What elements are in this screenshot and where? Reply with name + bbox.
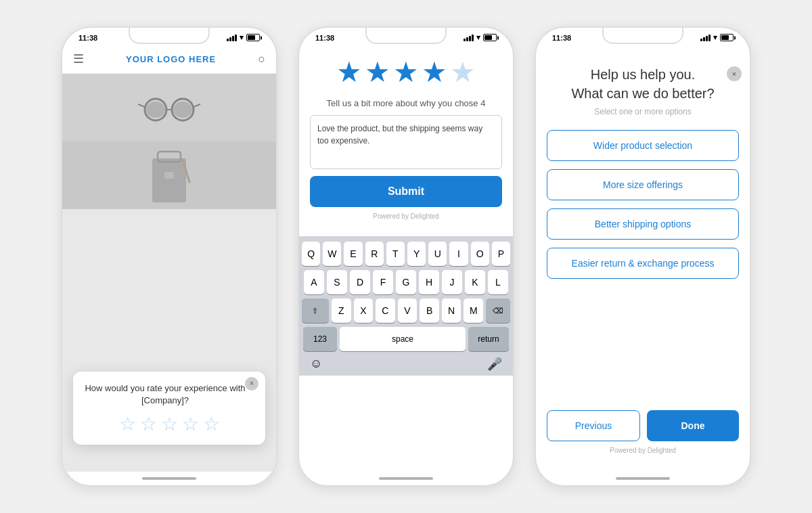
previous-button[interactable]: Previous: [547, 410, 640, 441]
feedback-textarea[interactable]: Love the product, but the shipping seems…: [310, 115, 502, 169]
key-t[interactable]: T: [386, 242, 405, 266]
key-e[interactable]: E: [344, 242, 362, 266]
bar4-3: [708, 35, 710, 41]
emoji-icon[interactable]: ☺: [310, 357, 322, 372]
home-bar-1: [62, 472, 276, 485]
key-x[interactable]: X: [354, 298, 374, 323]
key-f[interactable]: F: [373, 270, 393, 294]
hamburger-icon[interactable]: ☰: [73, 51, 84, 66]
phones-container: 11:38 ▾ ☰ YOUR LOGO HERE ○: [0, 13, 812, 500]
battery-3: [720, 34, 734, 41]
phone-2: 11:38 ▾ ★ ★ ★ ★: [298, 26, 514, 487]
wifi-icon-3: ▾: [713, 33, 717, 42]
mic-icon[interactable]: 🎤: [487, 357, 502, 372]
svg-line-4: [194, 104, 200, 107]
star-rating-filled[interactable]: ★ ★ ★ ★ ★: [336, 55, 476, 89]
bar4: [235, 35, 237, 41]
keyboard-row-3: ⇧ Z X C V B N M ⌫: [302, 298, 510, 323]
key-u[interactable]: U: [428, 242, 447, 266]
option-shipping[interactable]: Better shipping options: [547, 208, 739, 240]
star-1[interactable]: ☆: [119, 415, 136, 434]
star-empty-5[interactable]: ★: [450, 55, 476, 89]
home-bar-3: [536, 472, 750, 485]
star-filled-2[interactable]: ★: [365, 55, 390, 89]
bar4-2: [472, 35, 474, 41]
home-indicator-1: [142, 477, 196, 480]
key-y[interactable]: Y: [407, 242, 426, 266]
bar3-3: [706, 36, 708, 41]
bar2-3: [703, 37, 705, 41]
glasses-image: [62, 74, 276, 141]
key-l[interactable]: L: [488, 270, 508, 294]
submit-button[interactable]: Submit: [310, 176, 502, 207]
bar3-2: [469, 36, 471, 41]
option-size-offerings[interactable]: More size offerings: [547, 169, 739, 200]
key-r[interactable]: R: [365, 242, 384, 266]
glasses-svg: [135, 91, 203, 125]
key-k[interactable]: K: [465, 270, 485, 294]
star-2[interactable]: ☆: [140, 415, 157, 434]
signal-3: [700, 35, 710, 41]
status-icons-2: ▾: [464, 33, 497, 42]
key-v[interactable]: V: [398, 298, 418, 323]
key-return[interactable]: return: [468, 327, 509, 351]
app-header: ☰ YOUR LOGO HERE ○: [62, 45, 276, 74]
battery-1: [246, 34, 260, 41]
phone2-inner: ★ ★ ★ ★ ★ Tell us a bit more about why y…: [299, 45, 513, 472]
bar1: [227, 39, 229, 41]
key-p[interactable]: P: [492, 242, 510, 266]
action-buttons: Previous Done: [547, 410, 739, 441]
key-b[interactable]: B: [420, 298, 439, 323]
key-c[interactable]: C: [376, 298, 395, 323]
svg-point-5: [146, 102, 165, 118]
key-m[interactable]: M: [464, 298, 483, 323]
phone3-content: × Help us help you.What can we do better…: [536, 45, 750, 472]
key-n[interactable]: N: [442, 298, 461, 323]
key-z[interactable]: Z: [332, 298, 351, 323]
done-button[interactable]: Done: [647, 410, 739, 441]
star-filled-4[interactable]: ★: [422, 55, 447, 89]
option-wider-selection[interactable]: Wider product selection: [547, 130, 739, 161]
option-return-exchange[interactable]: Easier return & exchange process: [547, 248, 739, 279]
key-a[interactable]: A: [304, 270, 324, 294]
key-space[interactable]: space: [340, 327, 466, 351]
phone2-content: ★ ★ ★ ★ ★ Tell us a bit more about why y…: [299, 45, 513, 472]
star-4[interactable]: ☆: [182, 415, 199, 434]
key-o[interactable]: O: [471, 242, 489, 266]
star-rating-empty[interactable]: ☆ ☆ ☆ ☆ ☆: [84, 415, 254, 434]
star-filled-3[interactable]: ★: [393, 55, 419, 89]
phone1-content: ☰ YOUR LOGO HERE ○: [62, 45, 276, 472]
battery-2: [483, 34, 497, 41]
key-w[interactable]: W: [323, 242, 341, 266]
bag-svg: [145, 145, 193, 206]
star-filled-1[interactable]: ★: [336, 55, 362, 89]
key-h[interactable]: H: [419, 270, 439, 294]
key-shift[interactable]: ⇧: [302, 298, 329, 323]
modal-close-button[interactable]: ×: [245, 377, 258, 391]
product-images: [62, 74, 276, 209]
logo-text: YOUR LOGO HERE: [126, 54, 216, 64]
star-3[interactable]: ☆: [161, 415, 178, 434]
status-time-3: 11:38: [552, 34, 571, 42]
keyboard-emoji-row: ☺ 🎤: [302, 354, 510, 373]
notch-3: [602, 28, 683, 44]
search-icon[interactable]: ○: [258, 52, 265, 66]
key-q[interactable]: Q: [302, 242, 320, 266]
star-5[interactable]: ☆: [203, 415, 220, 434]
keyboard-row-4: 123 space return: [302, 327, 510, 351]
key-s[interactable]: S: [327, 270, 347, 294]
key-j[interactable]: J: [442, 270, 462, 294]
bar2-2: [466, 37, 468, 41]
signal-2: [464, 35, 474, 41]
close-button-3[interactable]: ×: [727, 66, 742, 81]
notch-1: [129, 28, 210, 44]
key-i[interactable]: I: [449, 242, 468, 266]
wifi-icon-2: ▾: [476, 33, 480, 42]
key-d[interactable]: D: [350, 270, 370, 294]
keyboard-row-2: A S D F G H J K L: [302, 270, 510, 294]
key-123[interactable]: 123: [303, 327, 337, 351]
home-indicator-2: [379, 477, 433, 480]
key-g[interactable]: G: [396, 270, 416, 294]
status-icons-1: ▾: [227, 33, 260, 42]
key-delete[interactable]: ⌫: [486, 298, 510, 323]
